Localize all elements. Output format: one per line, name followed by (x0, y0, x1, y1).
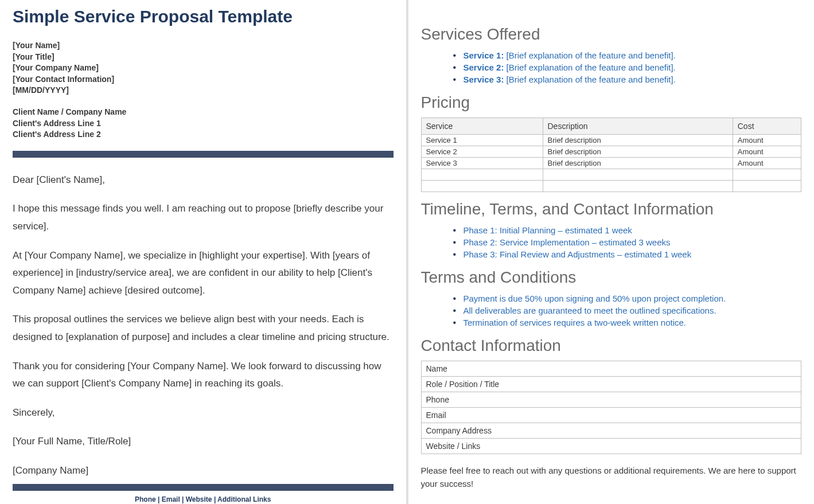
sender-contact: [Your Contact Information] (13, 74, 394, 85)
client-block: Client Name / Company Name Client's Addr… (13, 107, 394, 140)
letter-p3: This proposal outlines the services we b… (13, 311, 394, 346)
table-row: Service 1Brief descriptionAmount (421, 135, 801, 146)
service-item: Service 2: [Brief explanation of the fea… (453, 61, 802, 73)
pricing-header: Service (421, 118, 543, 135)
terms-item: All deliverables are guaranteed to meet … (453, 304, 802, 317)
services-heading: Services Offered (421, 25, 802, 44)
sender-block: [Your Name] [Your Title] [Your Company N… (13, 40, 394, 96)
service-desc: [Brief explanation of the feature and be… (504, 50, 675, 60)
pricing-table: Service Description Cost Service 1Brief … (421, 118, 802, 192)
signature-company: [Company Name] (13, 462, 394, 480)
table-row: Email (421, 408, 801, 423)
pricing-body: Service 1Brief descriptionAmount Service… (421, 135, 801, 192)
document-title: Simple Service Proposal Template (13, 7, 394, 26)
service-desc: [Brief explanation of the feature and be… (504, 75, 675, 84)
pricing-heading: Pricing (421, 93, 802, 112)
letter-p1: I hope this message finds you well. I am… (13, 200, 394, 235)
timeline-item: Phase 1: Initial Planning – estimated 1 … (453, 224, 802, 236)
client-addr2: Client's Address Line 2 (13, 129, 394, 140)
sender-date: [MM/DD/YYYY] (13, 85, 394, 96)
divider-bar (13, 151, 394, 158)
salutation: Dear [Client's Name], (13, 171, 394, 189)
sender-title: [Your Title] (13, 52, 394, 63)
page-left: Simple Service Proposal Template [Your N… (0, 0, 408, 504)
timeline-heading: Timeline, Terms, and Contact Information (421, 200, 802, 218)
service-desc: [Brief explanation of the feature and be… (504, 62, 675, 72)
sender-company: [Your Company Name] (13, 62, 394, 74)
timeline-item: Phase 2: Service Implementation – estima… (453, 236, 802, 248)
terms-item: Termination of services requires a two-w… (453, 317, 802, 329)
contact-table: Name Role / Position / Title Phone Email… (421, 361, 802, 454)
terms-list: Payment is due 50% upon signing and 50% … (421, 292, 802, 329)
sender-name: [Your Name] (13, 40, 394, 52)
terms-item: Payment is due 50% upon signing and 50% … (453, 292, 802, 304)
table-row: Company Address (421, 423, 801, 439)
table-row (421, 169, 801, 181)
table-row: Phone (421, 392, 801, 408)
service-label: Service 2: (464, 62, 504, 72)
footer-bar-top (13, 484, 394, 491)
table-row (421, 181, 801, 192)
table-row: Name (421, 361, 801, 377)
terms-heading: Terms and Conditions (421, 268, 802, 287)
letter-p4: Thank you for considering [Your Company … (13, 358, 394, 393)
service-item: Service 1: [Brief explanation of the fea… (453, 49, 802, 61)
footer-contact-line: Phone | Email | Website | Additional Lin… (13, 495, 394, 503)
table-row: Service 3Brief descriptionAmount (421, 158, 801, 169)
table-row: Website / Links (421, 439, 801, 454)
client-name: Client Name / Company Name (13, 107, 394, 118)
service-label: Service 3: (464, 75, 504, 84)
letter-p2: At [Your Company Name], we specialize in… (13, 247, 394, 300)
table-row: Service 2Brief descriptionAmount (421, 146, 801, 158)
service-item: Service 3: [Brief explanation of the fea… (453, 73, 802, 85)
service-label: Service 1: (464, 50, 504, 60)
services-list: Service 1: [Brief explanation of the fea… (421, 49, 802, 85)
timeline-list: Phase 1: Initial Planning – estimated 1 … (421, 224, 802, 260)
closing-note: Please feel free to reach out with any q… (421, 464, 802, 490)
table-row: Role / Position / Title (421, 377, 801, 392)
contact-heading: Contact Information (421, 337, 802, 355)
pricing-header: Cost (733, 118, 801, 135)
letter-closing: Sincerely, (13, 404, 394, 422)
signature-name: [Your Full Name, Title/Role] (13, 433, 394, 451)
client-addr1: Client's Address Line 1 (13, 118, 394, 130)
page-right: Services Offered Service 1: [Brief expla… (408, 0, 815, 504)
timeline-item: Phase 3: Final Review and Adjustments – … (453, 248, 802, 260)
pricing-header: Description (543, 118, 733, 135)
